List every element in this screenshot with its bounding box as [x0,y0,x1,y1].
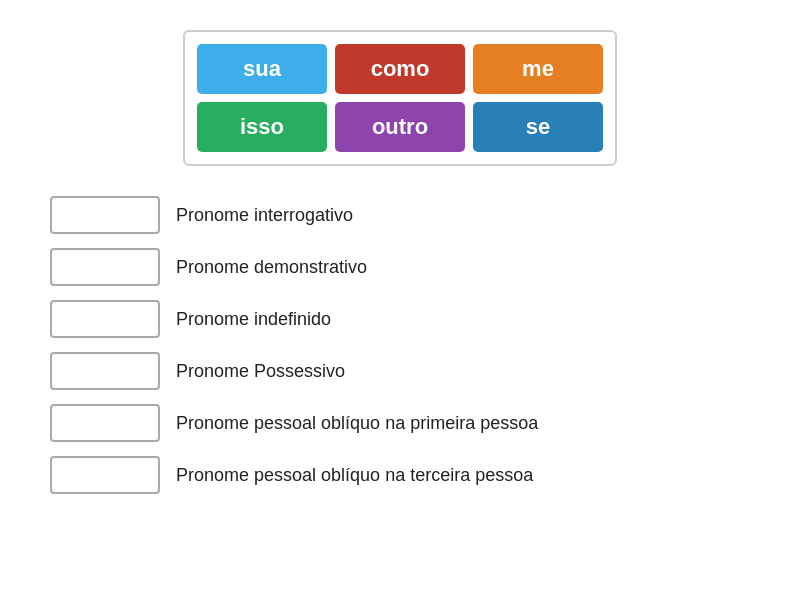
word-btn-outro[interactable]: outro [335,102,465,152]
drop-box-possessivo[interactable] [50,352,160,390]
drop-box-demonstrativo[interactable] [50,248,160,286]
drop-box-interrogativo[interactable] [50,196,160,234]
word-bank: suacomomeissooutrose [183,30,617,166]
word-btn-isso[interactable]: isso [197,102,327,152]
word-btn-se[interactable]: se [473,102,603,152]
drop-box-obliquo-terceira[interactable] [50,456,160,494]
match-label-obliquo-terceira: Pronome pessoal oblíquo na terceira pess… [176,465,533,486]
match-label-demonstrativo: Pronome demonstrativo [176,257,367,278]
match-row-possessivo: Pronome Possessivo [50,352,750,390]
match-row-indefinido: Pronome indefinido [50,300,750,338]
match-row-obliquo-primeira: Pronome pessoal oblíquo na primeira pess… [50,404,750,442]
word-btn-como[interactable]: como [335,44,465,94]
match-label-interrogativo: Pronome interrogativo [176,205,353,226]
match-label-possessivo: Pronome Possessivo [176,361,345,382]
word-btn-me[interactable]: me [473,44,603,94]
match-row-interrogativo: Pronome interrogativo [50,196,750,234]
drop-box-indefinido[interactable] [50,300,160,338]
match-list: Pronome interrogativoPronome demonstrati… [50,196,750,494]
drop-box-obliquo-primeira[interactable] [50,404,160,442]
word-btn-sua[interactable]: sua [197,44,327,94]
match-row-demonstrativo: Pronome demonstrativo [50,248,750,286]
match-label-obliquo-primeira: Pronome pessoal oblíquo na primeira pess… [176,413,538,434]
match-label-indefinido: Pronome indefinido [176,309,331,330]
match-row-obliquo-terceira: Pronome pessoal oblíquo na terceira pess… [50,456,750,494]
